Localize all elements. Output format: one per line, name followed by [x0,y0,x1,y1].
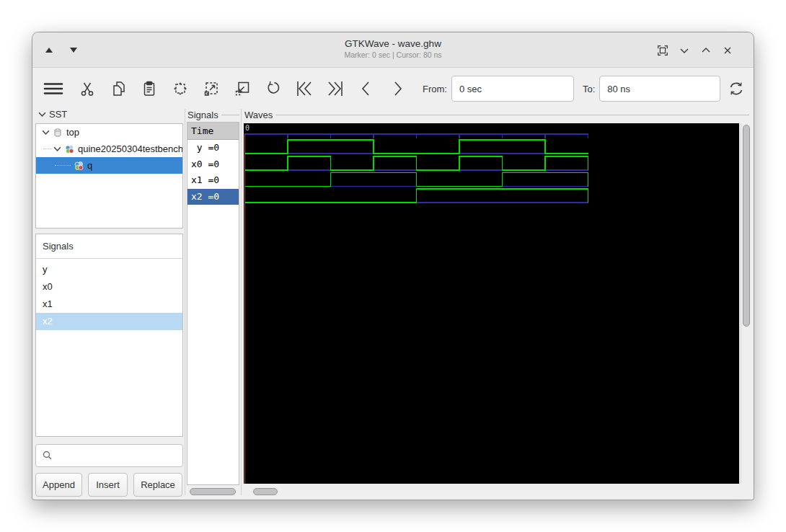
reload-button[interactable] [728,79,745,99]
desktop: GTKWave - wave.ghw Marker: 0 sec | Curso… [0,0,786,532]
zoom-out-icon [234,80,251,97]
go-to-start-button[interactable] [296,79,313,99]
zoom-out-button[interactable] [234,79,251,99]
value-row-x0[interactable]: x0=0 [187,156,239,173]
undo-button[interactable] [265,79,282,99]
skip-to-end-icon [326,79,345,98]
skip-to-start-icon [295,79,314,98]
search-icon [42,450,53,461]
window-title: GTKWave - wave.ghw [32,37,754,50]
zoom-fit-button[interactable] [172,79,189,99]
module-gears-icon [74,161,84,171]
tree-item-top[interactable]: top [36,124,182,141]
design-cylinder-icon [53,128,63,138]
paste-icon [141,80,157,97]
waves-vertical-scrollbar[interactable] [741,123,751,484]
toolbar: From: To: [32,68,754,109]
pane-splitter[interactable] [241,109,242,495]
go-back-button[interactable] [358,79,375,99]
signal-item-x0[interactable]: x0 [36,278,182,296]
signal-values-panel: Time y=0 x0=0 x1=0 x2=0 [187,122,239,485]
insert-button[interactable]: Insert [88,473,128,497]
signal-item-x1[interactable]: x1 [36,296,182,313]
signal-source-list: Signals y x0 x1 x2 [35,234,183,437]
sst-label: SST [49,109,67,120]
value-row-y[interactable]: y=0 [187,140,239,156]
value-row-x1[interactable]: x1=0 [187,172,239,189]
append-button[interactable]: Append [35,473,82,497]
chevron-right-icon [389,79,405,98]
to-label: To: [583,84,595,94]
go-forward-button[interactable] [389,79,406,99]
tree-item-q[interactable]: q [36,157,182,174]
zoom-in-button[interactable] [203,79,220,99]
zoom-fit-icon [172,80,189,97]
replace-button[interactable]: Replace [133,473,182,497]
signal-item-x2[interactable]: x2 [36,313,182,330]
chevron-down-icon[interactable] [40,128,50,138]
waveform-traces [244,123,739,484]
time-header-cell[interactable]: Time [187,123,239,140]
cut-button[interactable] [79,79,96,99]
cut-icon [79,80,95,97]
undo-icon [265,80,282,97]
close-icon [722,45,733,56]
chevron-down-icon[interactable] [52,144,62,154]
chevron-up-icon [700,45,712,56]
to-input[interactable] [599,76,720,102]
scrollbar-thumb[interactable] [190,488,236,495]
waveform-canvas[interactable]: 0 [244,123,739,484]
maximize-button[interactable] [697,42,715,59]
tree-item-label: top [66,127,79,138]
go-to-end-button[interactable] [327,79,344,99]
scrollbar-thumb[interactable] [253,488,278,495]
gtkwave-window: GTKWave - wave.ghw Marker: 0 sec | Curso… [32,32,754,500]
titlebar[interactable]: GTKWave - wave.ghw Marker: 0 sec | Curso… [32,32,754,68]
module-gears-icon [64,144,75,154]
reload-icon [727,79,746,98]
values-frame-label: Signals [187,110,239,120]
sst-section-header[interactable]: SST [37,109,67,120]
from-input[interactable] [451,76,574,102]
values-horizontal-scrollbar[interactable] [188,487,238,497]
tree-item-quine-testbench[interactable]: quine20250304testbench [36,141,182,157]
menu-button[interactable] [41,79,66,99]
zoom-in-icon [203,80,220,97]
waves-frame-label: Waves [244,110,749,120]
copy-icon [110,80,126,97]
chevron-down-icon [37,110,47,120]
tree-item-label: q [87,160,92,171]
unmaximize-button[interactable] [676,42,693,59]
signal-list-header: Signals [36,234,182,259]
close-button[interactable] [719,42,736,59]
tree-item-label: quine20250304testbench [78,143,182,154]
chevron-left-icon [358,79,374,98]
scrollbar-thumb[interactable] [743,125,750,327]
marker-cursor-status: Marker: 0 sec | Cursor: 80 ns [32,50,754,60]
sst-tree: top quine20250304testbench [35,123,183,229]
signal-item-y[interactable]: y [36,261,182,278]
signal-search-field[interactable] [35,444,183,467]
menu-icon [42,80,65,97]
value-row-x2[interactable]: x2=0 [187,189,239,205]
pane-splitter[interactable] [185,109,185,495]
fullscreen-icon [656,44,669,57]
fullscreen-button[interactable] [654,42,671,59]
from-label: From: [423,84,447,94]
paste-button[interactable] [141,79,158,99]
chevron-down-icon [679,45,690,56]
waves-horizontal-scrollbar[interactable] [246,487,751,497]
timescale-origin-label: 0 [245,124,250,132]
copy-button[interactable] [110,79,127,99]
